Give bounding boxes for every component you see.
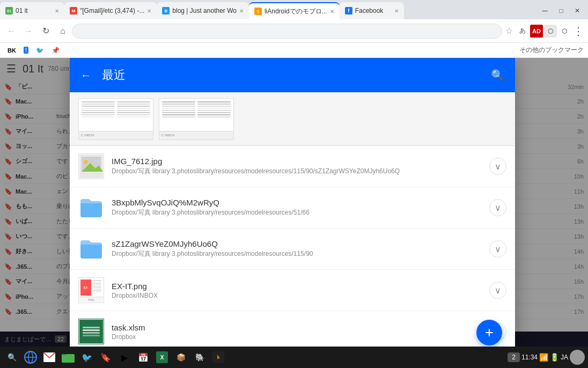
window-controls: ─ □ ✕ <box>534 2 588 19</box>
file-list: IMG_7612.jpg Dropbox/写真 library 3.photos… <box>70 146 515 347</box>
file-item-folder1[interactable]: 3BxpbMlySvqOJiQ%M2wRyQ Dropbox/写真 librar… <box>70 187 515 229</box>
file-icon-folder2 <box>78 236 104 262</box>
taskbar-evernote[interactable]: 🐘 <box>191 349 208 366</box>
tab-blog-title: blog | Just another Wo <box>172 7 237 14</box>
bookmark-star[interactable]: ☆ <box>503 26 515 36</box>
bookmarks-more[interactable]: その他のブックマーク <box>519 46 584 55</box>
taskbar-excel[interactable]: X <box>153 349 171 366</box>
browser-window: 01 01 it ✕ M "[Gmail]/etc (3,474) -... ✕… <box>0 0 588 368</box>
tab-01it[interactable]: 01 01 it ✕ <box>0 2 64 19</box>
taskbar-dropbox[interactable]: 📦 <box>172 349 189 366</box>
modal-search-icon[interactable]: 🔍 <box>491 69 504 82</box>
tab-facebook[interactable]: f Facebook ✕ <box>340 2 404 19</box>
file-chevron-folder2[interactable]: ∨ <box>489 240 506 257</box>
bookmark-pin-icon: 📌 <box>52 47 60 54</box>
tab-01it-close[interactable]: ✕ <box>55 8 59 14</box>
tab-android[interactable]: li liAndroidでのモブロ... ✕ <box>249 2 340 19</box>
svg-rect-8 <box>62 354 75 363</box>
file-chevron-img7612[interactable]: ∨ <box>489 158 506 175</box>
thumbnail-2[interactable]: C INBOX <box>159 98 234 140</box>
tab-android-favicon: li <box>254 8 262 15</box>
file-item-task[interactable]: task.xlsm Dropbox ∨ <box>70 311 515 347</box>
file-name-img7612: IMG_7612.jpg <box>112 157 482 166</box>
file-item-exit[interactable]: EX <box>70 270 515 311</box>
file-path-folder1: Dropbox/写真 library 3.photoslibrary/resou… <box>112 208 482 217</box>
bookmark-twitter[interactable]: 🐦 <box>33 46 47 55</box>
modal-back-icon[interactable]: ← <box>80 69 91 82</box>
modal-title: 最近 <box>102 67 480 83</box>
tab-facebook-title: Facebook <box>355 7 392 14</box>
tab-01it-title: 01 it <box>16 7 52 14</box>
tab-android-title: liAndroidでのモブロ... <box>264 7 327 16</box>
taskbar-browser[interactable] <box>22 349 39 366</box>
file-info-task: task.xlsm Dropbox <box>112 323 482 341</box>
file-icon-exit: EX <box>78 277 104 303</box>
address-bar: ← → ↻ ⌂ ☆ あ AD ⬡ ⬡ ⋮ <box>0 19 588 43</box>
ext-misc[interactable]: ⬡ <box>558 25 571 38</box>
ext-adblock[interactable]: AD <box>530 25 543 38</box>
taskbar-wifi-icon: 📶 <box>539 353 548 362</box>
taskbar: 🔍 🐦 🔖 <box>0 347 588 368</box>
taskbar-badge: 2 <box>508 352 520 362</box>
bookmark-twitter-icon: 🐦 <box>36 47 44 54</box>
maximize-button[interactable]: □ <box>554 4 569 17</box>
taskbar-search[interactable]: 🔍 <box>3 349 20 366</box>
taskbar-kindle[interactable]: k <box>210 349 227 366</box>
file-chevron-exit[interactable]: ∨ <box>489 282 506 299</box>
taskbar-files[interactable] <box>60 349 77 366</box>
file-item-folder2[interactable]: sZ1ZagrWSYeZ0MJyh6Uo6Q Dropbox/写真 librar… <box>70 229 515 270</box>
forward-button[interactable]: → <box>20 23 36 39</box>
address-input[interactable] <box>72 24 502 39</box>
thumbnail-1[interactable]: C INBOX <box>78 98 153 140</box>
tab-gmail-title: "[Gmail]/etc (3,474) -... <box>80 7 144 14</box>
file-info-folder2: sZ1ZagrWSYeZ0MJyh6Uo6Q Dropbox/写真 librar… <box>112 239 482 259</box>
tab-gmail[interactable]: M "[Gmail]/etc (3,474) -... ✕ <box>64 2 157 19</box>
tab-facebook-favicon: f <box>345 7 352 14</box>
file-path-exit: Dropbox/INBOX <box>112 292 482 299</box>
svg-point-2 <box>84 160 88 164</box>
taskbar-twitter[interactable]: 🐦 <box>78 349 95 366</box>
back-button[interactable]: ← <box>3 23 19 39</box>
tab-gmail-favicon: M <box>70 7 77 14</box>
file-path-img7612: Dropbox/写真 library 3.photoslibrary/resou… <box>112 167 460 176</box>
file-name-folder1: 3BxpbMlySvqOJiQ%M2wRyQ <box>112 198 482 207</box>
taskbar-playstore[interactable]: ▶ <box>116 349 133 366</box>
minimize-button[interactable]: ─ <box>538 4 553 17</box>
taskbar-avatar[interactable] <box>570 350 585 365</box>
dropbox-modal: ← 最近 🔍 <box>70 58 515 347</box>
bookmark-bk[interactable]: BK <box>4 46 19 55</box>
ext-other[interactable]: ⬡ <box>544 25 557 38</box>
file-info-exit: EX-IT.png Dropbox/INBOX <box>112 282 482 299</box>
tab-android-close[interactable]: ✕ <box>330 9 334 14</box>
file-chevron-folder1[interactable]: ∨ <box>489 199 506 216</box>
file-path-task: Dropbox <box>112 333 482 341</box>
tab-bar: 01 01 it ✕ M "[Gmail]/etc (3,474) -... ✕… <box>0 0 588 19</box>
tab-gmail-close[interactable]: ✕ <box>147 8 151 14</box>
tab-blog[interactable]: B blog | Just another Wo ✕ <box>157 2 249 19</box>
fab-button[interactable]: + <box>476 320 502 345</box>
reload-button[interactable]: ↻ <box>38 23 54 39</box>
bookmark-pin[interactable]: 📌 <box>48 46 63 55</box>
file-icon-task <box>78 319 104 344</box>
thumbnail-strip: C INBOX <box>70 92 515 146</box>
tab-facebook-close[interactable]: ✕ <box>394 8 399 14</box>
file-name-exit: EX-IT.png <box>112 282 482 291</box>
home-button[interactable]: ⌂ <box>55 23 71 39</box>
tab-blog-close[interactable]: ✕ <box>239 8 244 14</box>
page-content: ☰ 01 It 780 unread 🔖 「ビ... 32min 🔖 Mac..… <box>0 58 588 347</box>
file-info-img7612: IMG_7612.jpg Dropbox/写真 library 3.photos… <box>112 157 482 176</box>
taskbar-battery-icon: 🔋 <box>550 353 559 362</box>
file-path-folder2: Dropbox/写真 library 3.photoslibrary/resou… <box>112 249 482 259</box>
taskbar-calendar[interactable]: 📅 <box>135 349 152 366</box>
file-icon-folder1 <box>78 195 104 220</box>
close-button[interactable]: ✕ <box>570 4 585 17</box>
file-item-img7612[interactable]: IMG_7612.jpg Dropbox/写真 library 3.photos… <box>70 146 515 187</box>
taskbar-lang: JA <box>561 354 568 361</box>
modal-header: ← 最近 🔍 <box>70 58 515 92</box>
taskbar-gmail[interactable] <box>41 349 58 366</box>
taskbar-bookmark[interactable]: 🔖 <box>97 349 114 366</box>
bookmark-facebook[interactable]: f <box>20 46 32 55</box>
bookmark-facebook-icon: f <box>24 47 28 54</box>
ext-translate[interactable]: あ <box>516 25 529 38</box>
menu-button[interactable]: ⋮ <box>572 25 585 38</box>
